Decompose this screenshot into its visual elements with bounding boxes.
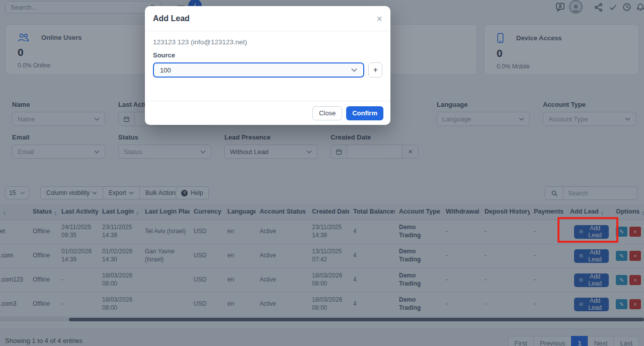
close-icon[interactable]: ×: [376, 14, 382, 24]
chevron-down-icon: [351, 68, 357, 72]
modal-close-button[interactable]: Close: [312, 106, 342, 120]
crm-users-page: i Online Users 0 0.0% Online Device Acc: [0, 0, 644, 346]
modal-confirm-button[interactable]: Confirm: [346, 106, 383, 120]
lead-user-line: 123123 123 (info@123123.net): [153, 38, 382, 46]
source-select-value: 100: [160, 66, 171, 74]
modal-title: Add Lead: [153, 14, 190, 23]
annotation-highlight-rect: [557, 217, 618, 243]
add-lead-modal: Add Lead × 123123 123 (info@123123.net) …: [145, 6, 390, 125]
source-label: Source: [153, 51, 382, 59]
source-select[interactable]: 100: [153, 62, 364, 78]
add-source-button[interactable]: +: [368, 62, 382, 78]
